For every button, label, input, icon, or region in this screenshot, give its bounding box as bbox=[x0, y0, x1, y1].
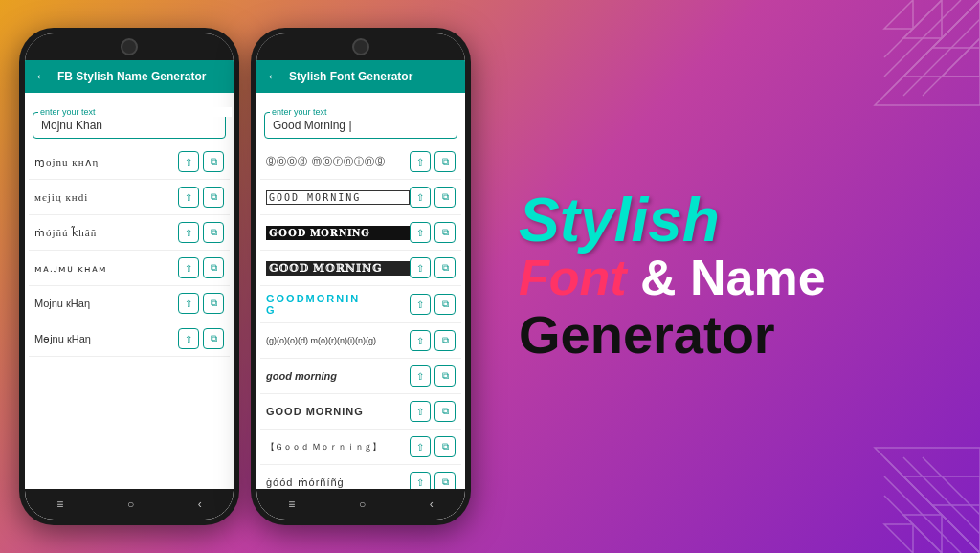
tagline-font-text: Font bbox=[519, 250, 627, 305]
copy-button[interactable]: ⧉ bbox=[203, 187, 224, 208]
phone2-list: ⓖⓞⓞⓓ ⓜⓞⓡⓝⓘⓝⓖ ⇧ ⧉ GOOD MORNING ⇧ ⧉ bbox=[256, 144, 465, 489]
text-content: 𝔾𝕆𝕆𝔻 𝕄𝕆ℝℕ𝕀ℕ𝔾 bbox=[266, 261, 410, 276]
phone2-back-button[interactable]: ← bbox=[266, 68, 281, 85]
copy-button[interactable]: ⧉ bbox=[203, 328, 224, 349]
copy-button[interactable]: ⧉ bbox=[434, 330, 456, 351]
phone2-input-label: enter your text bbox=[270, 107, 463, 117]
item-actions: ⇧ ⧉ bbox=[410, 472, 456, 489]
svg-line-8 bbox=[884, 476, 961, 553]
copy-button[interactable]: ⧉ bbox=[203, 293, 224, 314]
item-actions: ⇧ ⧉ bbox=[178, 257, 224, 278]
text-content: ⓖⓞⓞⓓ ⓜⓞⓡⓝⓘⓝⓖ bbox=[266, 155, 410, 168]
text-content: Mojnu кHaη bbox=[34, 298, 178, 309]
share-button[interactable]: ⇧ bbox=[178, 257, 199, 278]
nav-back-button[interactable]: ‹ bbox=[198, 498, 202, 511]
share-button[interactable]: ⇧ bbox=[410, 257, 431, 278]
phone2-input-area: enter your text Good Morning | bbox=[256, 93, 465, 144]
list-item: ɱojnu кнʌη ⇧ ⧉ bbox=[29, 144, 230, 180]
tagline-section: Stylish Font & Name Generator bbox=[490, 170, 980, 384]
text-content: GOODMORNING bbox=[266, 293, 410, 316]
phone1-back-button[interactable]: ← bbox=[34, 68, 50, 85]
item-actions: ⇧ ⧉ bbox=[410, 187, 456, 208]
text-content: good morning bbox=[266, 370, 410, 382]
text-content: 𝐆𝐎𝐎𝐃 𝐌𝐎𝐑𝐍𝐈𝐍𝐆 bbox=[266, 226, 410, 240]
phone1-list: ɱojnu кнʌη ⇧ ⧉ мєjiц кнdi ⇧ ⧉ ṁójñú k̃hâ… bbox=[25, 144, 234, 489]
copy-button[interactable]: ⧉ bbox=[434, 187, 456, 208]
item-actions: ⇧ ⧉ bbox=[410, 257, 456, 278]
item-actions: ⇧ ⧉ bbox=[410, 436, 456, 457]
tagline-font-name: Font & Name bbox=[519, 251, 826, 305]
copy-button[interactable]: ⧉ bbox=[203, 222, 224, 243]
camera-bump-2 bbox=[352, 38, 369, 55]
phone1: ← FB Stylish Name Generator enter your t… bbox=[19, 28, 239, 525]
list-item: 𝐆𝐎𝐎𝐃 𝐌𝐎𝐑𝐍𝐈𝐍𝐆 ⇧ ⧉ bbox=[260, 215, 461, 251]
item-actions: ⇧ ⧉ bbox=[178, 293, 224, 314]
text-content: ᴍᴀ.ᴊᴍᴜ ᴋʜᴀᴍ bbox=[34, 263, 178, 274]
copy-button[interactable]: ⧉ bbox=[434, 222, 456, 243]
copy-button[interactable]: ⧉ bbox=[434, 257, 456, 278]
text-content: GOOD MORNING bbox=[266, 190, 410, 205]
nav-menu-button[interactable]: ≡ bbox=[56, 498, 63, 511]
share-button[interactable]: ⇧ bbox=[410, 401, 431, 422]
text-content: (g)(o)(o)(d) m(o)(r)(n)(i)(n)(g) bbox=[266, 336, 410, 345]
nav-back-button[interactable]: ‹ bbox=[430, 498, 434, 511]
text-content: мєjiц кнdi bbox=[34, 191, 178, 203]
phone1-input-label: enter your text bbox=[38, 107, 232, 117]
copy-button[interactable]: ⧉ bbox=[434, 472, 456, 489]
phone1-title: FB Stylish Name Generator bbox=[57, 70, 206, 83]
share-button[interactable]: ⇧ bbox=[178, 151, 199, 172]
phone2-header: ← Stylish Font Generator bbox=[256, 60, 465, 93]
list-item: Mөjnu кHaη ⇧ ⧉ bbox=[29, 321, 230, 357]
list-item: мєjiц кнdi ⇧ ⧉ bbox=[29, 180, 230, 215]
text-content: ġóód ṁórñíñġ bbox=[266, 476, 410, 489]
text-content: GOOD MORNING bbox=[266, 406, 410, 417]
share-button[interactable]: ⇧ bbox=[410, 222, 431, 243]
nav-home-button[interactable]: ○ bbox=[359, 498, 366, 511]
phone1-header: ← FB Stylish Name Generator bbox=[25, 60, 234, 93]
share-button[interactable]: ⇧ bbox=[410, 151, 431, 172]
list-item: Mojnu кHaη ⇧ ⧉ bbox=[29, 286, 230, 321]
share-button[interactable]: ⇧ bbox=[178, 187, 199, 208]
list-item: GOODMORNING ⇧ ⧉ bbox=[260, 286, 461, 323]
share-button[interactable]: ⇧ bbox=[410, 330, 431, 351]
share-button[interactable]: ⇧ bbox=[410, 436, 431, 457]
list-item: ṁójñú k̃hâñ ⇧ ⧉ bbox=[29, 215, 230, 251]
share-button[interactable]: ⇧ bbox=[410, 472, 431, 489]
item-actions: ⇧ ⧉ bbox=[410, 365, 456, 387]
list-item: (g)(o)(o)(d) m(o)(r)(n)(i)(n)(g) ⇧ ⧉ bbox=[260, 323, 461, 359]
share-button[interactable]: ⇧ bbox=[410, 365, 431, 387]
share-button[interactable]: ⇧ bbox=[178, 328, 199, 349]
camera-bump-1 bbox=[121, 38, 138, 55]
item-actions: ⇧ ⧉ bbox=[178, 187, 224, 208]
tagline-generator: Generator bbox=[519, 305, 775, 365]
item-actions: ⇧ ⧉ bbox=[410, 151, 456, 172]
nav-menu-button[interactable]: ≡ bbox=[288, 498, 295, 511]
phone2-top-bar bbox=[256, 33, 465, 60]
text-content: Mөjnu кHaη bbox=[34, 333, 178, 345]
phone2-nav: ≡ ○ ‹ bbox=[256, 489, 465, 520]
list-item: GOOD MORNING ⇧ ⧉ bbox=[260, 394, 461, 430]
list-item: ġóód ṁórñíñġ ⇧ ⧉ bbox=[260, 465, 461, 489]
phone2-title: Stylish Font Generator bbox=[289, 70, 412, 83]
copy-button[interactable]: ⧉ bbox=[434, 365, 456, 387]
share-button[interactable]: ⇧ bbox=[178, 222, 199, 243]
copy-button[interactable]: ⧉ bbox=[434, 151, 456, 172]
copy-button[interactable]: ⧉ bbox=[203, 151, 224, 172]
tagline-stylish: Stylish bbox=[519, 189, 720, 251]
list-item: good morning ⇧ ⧉ bbox=[260, 359, 461, 394]
copy-button[interactable]: ⧉ bbox=[203, 257, 224, 278]
nav-home-button[interactable]: ○ bbox=[127, 498, 134, 511]
item-actions: ⇧ ⧉ bbox=[178, 328, 224, 349]
phone1-nav: ≡ ○ ‹ bbox=[25, 489, 234, 520]
text-content: ɱojnu кнʌη bbox=[34, 156, 178, 168]
phone1-input-area: enter your text Mojnu Khan bbox=[25, 93, 234, 144]
copy-button[interactable]: ⧉ bbox=[434, 401, 456, 422]
tagline-and-name-text: & Name bbox=[640, 250, 826, 305]
copy-button[interactable]: ⧉ bbox=[434, 294, 456, 315]
copy-button[interactable]: ⧉ bbox=[434, 436, 456, 457]
list-item: ⓖⓞⓞⓓ ⓜⓞⓡⓝⓘⓝⓖ ⇧ ⧉ bbox=[260, 144, 461, 180]
item-actions: ⇧ ⧉ bbox=[410, 330, 456, 351]
share-button[interactable]: ⇧ bbox=[410, 294, 431, 315]
share-button[interactable]: ⇧ bbox=[410, 187, 431, 208]
share-button[interactable]: ⇧ bbox=[178, 293, 199, 314]
